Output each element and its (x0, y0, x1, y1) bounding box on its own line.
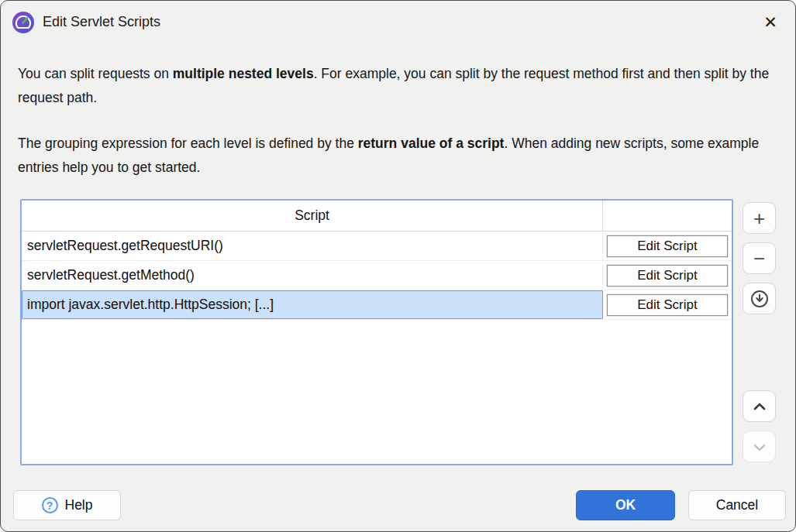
p2-bold: return value of a script (358, 136, 505, 151)
move-up-button[interactable] (743, 390, 776, 422)
script-column-header[interactable]: Script (22, 201, 603, 231)
script-cell[interactable]: servletRequest.getRequestURI() (22, 232, 603, 260)
table-row[interactable]: servletRequest.getMethod() Edit Script (22, 261, 732, 290)
cancel-label: Cancel (716, 497, 758, 513)
ok-label: OK (615, 497, 636, 513)
circle-down-arrow-icon (749, 289, 770, 309)
help-button[interactable]: ? Help (13, 490, 121, 520)
titlebar: Edit Servlet Scripts ✕ (1, 1, 795, 44)
restore-defaults-button[interactable] (743, 283, 776, 314)
script-cell[interactable]: import javax.servlet.http.HttpSession; [… (22, 290, 603, 319)
close-icon: ✕ (763, 13, 777, 32)
minus-icon: − (753, 249, 765, 269)
p2-pre: The grouping expression for each level i… (18, 136, 358, 151)
help-label: Help (65, 497, 93, 513)
close-button[interactable]: ✕ (758, 10, 783, 35)
scripts-table: Script servletRequest.getRequestURI() Ed… (20, 199, 733, 465)
edit-servlet-scripts-dialog: Edit Servlet Scripts ✕ You can split req… (0, 0, 796, 532)
intro-paragraph-2: The grouping expression for each level i… (18, 132, 782, 180)
intro-paragraph-1: You can split requests on multiple neste… (18, 62, 782, 110)
chevron-up-icon (750, 397, 769, 416)
add-script-button[interactable]: + (743, 202, 776, 234)
gauge-app-icon (12, 11, 35, 34)
remove-script-button[interactable]: − (743, 242, 776, 274)
p1-bold: multiple nested levels (173, 66, 314, 81)
chevron-down-icon (750, 438, 769, 456)
edit-script-button[interactable]: Edit Script (607, 235, 728, 257)
edit-script-button[interactable]: Edit Script (607, 294, 728, 316)
p1-pre: You can split requests on (18, 66, 173, 81)
table-row-selected[interactable]: import javax.servlet.http.HttpSession; [… (22, 290, 732, 320)
help-question-icon: ? (42, 497, 58, 513)
table-header-row: Script (22, 201, 732, 232)
ok-button[interactable]: OK (576, 490, 675, 520)
plus-icon: + (753, 208, 765, 228)
edit-script-button[interactable]: Edit Script (607, 265, 728, 287)
cancel-button[interactable]: Cancel (688, 490, 786, 520)
table-row[interactable]: servletRequest.getRequestURI() Edit Scri… (22, 232, 732, 261)
move-down-button[interactable] (743, 431, 776, 462)
dialog-title: Edit Servlet Scripts (43, 14, 160, 30)
action-column-header (603, 201, 732, 231)
script-cell[interactable]: servletRequest.getMethod() (22, 261, 603, 290)
